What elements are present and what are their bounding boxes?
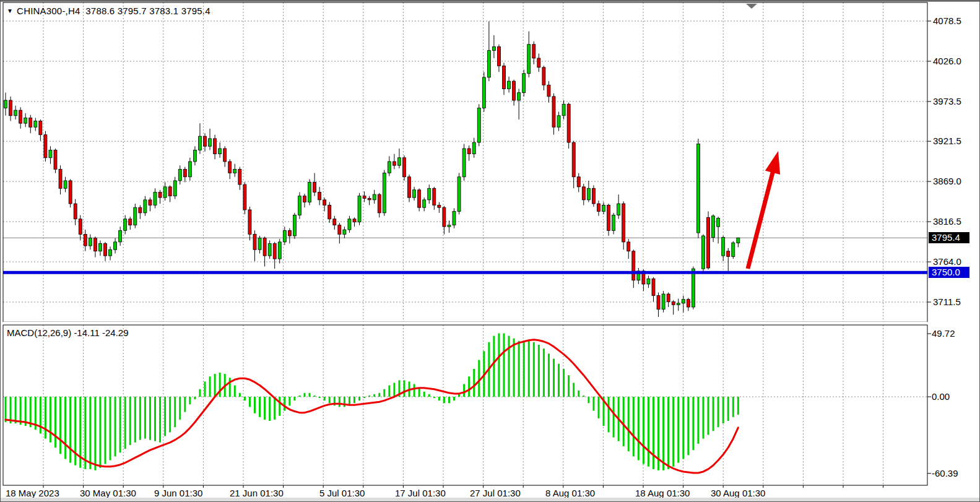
- price-axis-label: 3973.5: [933, 96, 961, 106]
- time-axis-label: 9 Jun 01:30: [154, 488, 202, 498]
- price-axis-label: 3711.5: [933, 296, 961, 307]
- price-axis-label: 3764.0: [933, 256, 961, 267]
- macd-indicator-label: MACD(12,26,9) -14.11 -24.29: [7, 327, 129, 338]
- macd-values: -14.11 -24.29: [74, 327, 128, 338]
- symbol-timeframe-label: CHINA300-,H4: [17, 6, 80, 16]
- time-axis-label: 5 Jul 01:30: [319, 488, 365, 498]
- price-axis-label: 3869.0: [933, 176, 961, 186]
- symbol-header: ▼CHINA300-,H4 3788.6 3795.7 3783.1 3795.…: [7, 6, 210, 16]
- window-bottom-edge: [1, 498, 980, 502]
- time-axis-label: 18 Aug 01:30: [635, 488, 690, 498]
- bid-price-badge: 3795.4: [929, 232, 969, 243]
- macd-axis-label: -60.39: [932, 468, 958, 478]
- support-level-badge[interactable]: 3750.0: [929, 267, 969, 278]
- time-axis-label: 30 Aug 01:30: [711, 488, 765, 498]
- price-axis-label: 3816.5: [933, 216, 961, 227]
- symbol-dropdown-icon[interactable]: ▼: [7, 7, 13, 14]
- time-axis-label: 17 Jul 01:30: [395, 488, 446, 498]
- time-axis-label: 30 May 01:30: [80, 488, 136, 498]
- time-axis-label: 8 Aug 01:30: [545, 488, 595, 498]
- ohlc-readout: 3788.6 3795.7 3783.1 3795.4: [85, 6, 210, 16]
- time-axis-label: 27 Jul 01:30: [470, 488, 521, 498]
- time-axis-label: 18 May 2023: [6, 488, 59, 498]
- macd-axis-label: 0.00: [932, 391, 950, 402]
- macd-name: MACD(12,26,9): [7, 327, 71, 338]
- price-axis-label: 3921.5: [933, 136, 961, 146]
- trading-chart-window: ▼CHINA300-,H4 3788.6 3795.7 3783.1 3795.…: [0, 0, 980, 502]
- price-axis-label: 4078.5: [933, 15, 961, 26]
- price-axis-label: 4026.0: [933, 56, 961, 66]
- time-axis-label: 21 Jun 01:30: [230, 488, 284, 498]
- macd-axis-label: 49.72: [932, 328, 955, 339]
- chart-canvas: [1, 1, 980, 502]
